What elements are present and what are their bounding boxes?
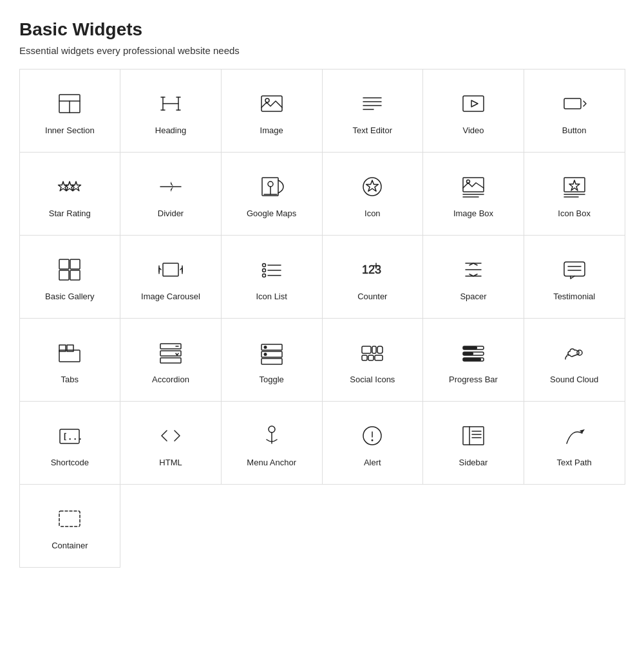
icon-icon: [357, 171, 388, 202]
widget-social-icons[interactable]: Social Icons: [322, 318, 424, 402]
spacer-icon: [458, 254, 489, 285]
icon-list-icon: [256, 254, 287, 285]
widget-label-icon: Icon: [365, 209, 381, 219]
widget-label-button: Button: [562, 126, 587, 136]
widget-label-image-box: Image Box: [453, 209, 493, 219]
sound-cloud-icon: [559, 337, 590, 368]
svg-rect-18: [564, 98, 581, 109]
svg-rect-16: [463, 96, 484, 111]
widget-divider[interactable]: Divider: [120, 152, 222, 236]
svg-rect-41: [163, 263, 178, 276]
widget-label-social-icons: Social Icons: [350, 375, 395, 386]
widget-label-menu-anchor: Menu Anchor: [247, 458, 296, 469]
widget-text-editor[interactable]: Text Editor: [322, 69, 424, 153]
widget-label-text-editor: Text Editor: [353, 126, 392, 136]
svg-marker-24: [171, 187, 173, 192]
widget-heading[interactable]: Heading: [120, 69, 222, 153]
widget-progress-bar[interactable]: Progress Bar: [422, 318, 524, 402]
svg-point-11: [265, 98, 269, 102]
alert-icon: [357, 420, 388, 451]
widget-star-rating[interactable]: Star Rating: [19, 152, 121, 236]
google-maps-icon: [256, 171, 287, 202]
widget-container[interactable]: Container: [19, 484, 121, 568]
widget-text-path[interactable]: Text Path: [524, 401, 625, 485]
svg-rect-38: [70, 259, 80, 269]
widget-image-box[interactable]: Image Box: [422, 152, 524, 236]
svg-rect-56: [564, 262, 585, 276]
menu-anchor-icon: [256, 420, 287, 451]
svg-marker-28: [366, 180, 379, 191]
widget-label-sidebar: Sidebar: [459, 458, 488, 469]
page-title: Basic Widgets: [19, 19, 625, 40]
svg-rect-39: [59, 270, 69, 280]
svg-rect-10: [261, 96, 282, 111]
widget-label-shortcode: Shortcode: [51, 458, 89, 469]
widget-label-divider: Divider: [158, 209, 184, 219]
widget-label-icon-list: Icon List: [256, 292, 287, 303]
widget-icon-list[interactable]: Icon List: [221, 235, 323, 319]
widget-html[interactable]: HTML: [120, 401, 222, 485]
widget-accordion[interactable]: Accordion: [120, 318, 222, 402]
widget-spacer[interactable]: Spacer: [422, 235, 524, 319]
divider-icon: [155, 171, 186, 202]
widget-inner-section[interactable]: Inner Section: [19, 69, 121, 153]
widget-label-tabs: Tabs: [61, 375, 79, 386]
svg-rect-76: [375, 355, 383, 360]
widget-sidebar[interactable]: Sidebar: [422, 401, 524, 485]
widget-google-maps[interactable]: Google Maps: [221, 152, 323, 236]
widget-image[interactable]: Image: [221, 69, 323, 153]
widget-counter[interactable]: 123Counter: [322, 235, 424, 319]
svg-rect-40: [70, 270, 80, 280]
svg-marker-17: [471, 100, 478, 107]
widget-testimonial[interactable]: Testimonial: [524, 235, 625, 319]
widget-label-testimonial: Testimonial: [553, 292, 595, 303]
widget-image-carousel[interactable]: Image Carousel: [120, 235, 222, 319]
shortcode-icon: [...]: [54, 420, 85, 451]
svg-rect-74: [362, 355, 367, 360]
image-carousel-icon: [155, 254, 186, 285]
widget-label-star-rating: Star Rating: [49, 209, 91, 219]
svg-rect-80: [463, 352, 473, 355]
widget-shortcode[interactable]: [...]Shortcode: [19, 401, 121, 485]
widget-sound-cloud[interactable]: Sound Cloud: [524, 318, 625, 402]
tabs-icon: [54, 337, 85, 368]
widget-label-counter: Counter: [357, 292, 387, 303]
widget-alert[interactable]: Alert: [322, 401, 424, 485]
page-subtitle: Essential widgets every professional web…: [19, 45, 625, 56]
svg-rect-71: [362, 346, 371, 353]
svg-rect-64: [160, 358, 181, 363]
widget-label-video: Video: [462, 126, 484, 136]
widget-icon-box[interactable]: Icon Box: [524, 152, 625, 236]
widget-label-heading: Heading: [155, 126, 186, 136]
widget-label-progress-bar: Progress Bar: [449, 375, 498, 386]
svg-point-83: [577, 350, 582, 355]
widget-video[interactable]: Video: [422, 69, 524, 153]
svg-text:[...]: [...]: [62, 432, 82, 442]
widget-label-image-carousel: Image Carousel: [141, 292, 200, 303]
widget-tabs[interactable]: Tabs: [19, 318, 121, 402]
widget-toggle[interactable]: Toggle: [221, 318, 323, 402]
svg-point-46: [262, 269, 265, 272]
sidebar-icon: [458, 420, 489, 451]
svg-point-90: [372, 440, 374, 442]
svg-point-69: [263, 346, 267, 349]
heading-icon: [155, 88, 186, 119]
widget-basic-gallery[interactable]: Basic Gallery: [19, 235, 121, 319]
widget-label-sound-cloud: Sound Cloud: [550, 375, 598, 386]
widget-icon[interactable]: Icon: [322, 152, 424, 236]
widget-label-icon-box: Icon Box: [558, 209, 591, 219]
widget-label-accordion: Accordion: [152, 375, 189, 386]
icon-box-icon: [559, 171, 590, 202]
widget-button[interactable]: Button: [524, 69, 625, 153]
widget-menu-anchor[interactable]: Menu Anchor: [221, 401, 323, 485]
widget-label-html: HTML: [159, 458, 182, 469]
widget-label-container: Container: [52, 541, 88, 552]
widget-label-spacer: Spacer: [460, 292, 486, 303]
button-icon: [559, 88, 590, 119]
svg-point-44: [262, 264, 265, 267]
inner-section-icon: [54, 88, 85, 119]
svg-rect-75: [368, 355, 374, 360]
svg-text:123: 123: [362, 263, 381, 276]
svg-rect-73: [377, 346, 383, 353]
counter-icon: 123: [357, 254, 388, 285]
